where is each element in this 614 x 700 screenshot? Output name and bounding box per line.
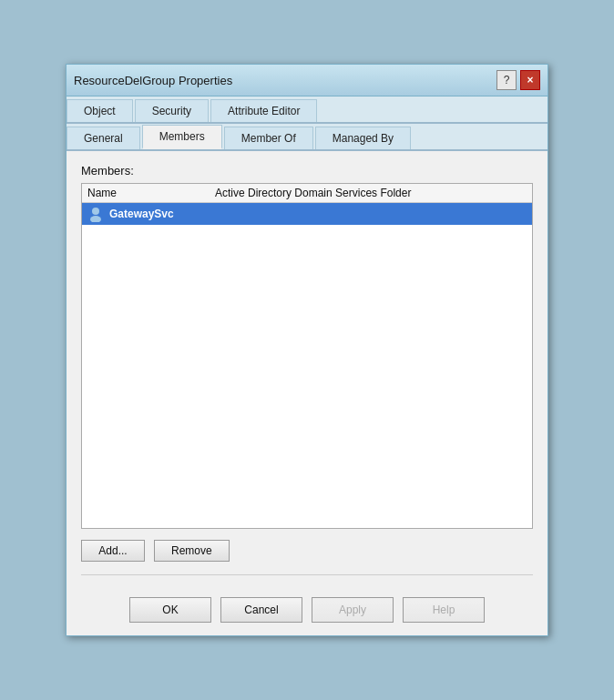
column-header-folder: Active Directory Domain Services Folder (215, 187, 527, 199)
members-list[interactable]: Name Active Directory Domain Services Fo… (81, 183, 533, 529)
add-button[interactable]: Add... (81, 540, 145, 562)
svg-point-0 (92, 208, 99, 215)
separator (81, 574, 533, 575)
members-label: Members: (81, 164, 533, 178)
tabs-row-2: General Members Member Of Managed By (67, 124, 547, 151)
tab-managed-by[interactable]: Managed By (315, 127, 411, 149)
dialog-window: ResourceDelGroup Properties ? × Object S… (66, 64, 548, 636)
tabs-row-1: Object Security Attribute Editor (67, 96, 547, 124)
close-button[interactable]: × (520, 70, 540, 90)
apply-button[interactable]: Apply (312, 597, 394, 623)
user-icon (87, 206, 104, 222)
list-header: Name Active Directory Domain Services Fo… (82, 184, 532, 203)
help-title-button[interactable]: ? (496, 70, 517, 90)
title-buttons: ? × (496, 70, 540, 90)
ok-button[interactable]: OK (129, 597, 211, 623)
member-name: GatewaySvc (109, 208, 174, 220)
tab-member-of[interactable]: Member Of (224, 127, 313, 149)
tab-attribute-editor[interactable]: Attribute Editor (210, 99, 317, 122)
tab-general[interactable]: General (67, 127, 140, 149)
help-button[interactable]: Help (403, 597, 485, 623)
bottom-buttons: OK Cancel Apply Help (67, 597, 547, 635)
table-row[interactable]: GatewaySvc (82, 203, 532, 225)
tab-members[interactable]: Members (142, 125, 222, 149)
cancel-button[interactable]: Cancel (220, 597, 302, 623)
dialog-body: Members: Name Active Directory Domain Se… (67, 151, 547, 597)
tab-object[interactable]: Object (67, 99, 133, 122)
title-bar: ResourceDelGroup Properties ? × (67, 65, 547, 96)
action-buttons: Add... Remove (81, 540, 533, 562)
svg-point-1 (90, 216, 101, 222)
tab-security[interactable]: Security (135, 99, 209, 122)
remove-button[interactable]: Remove (154, 540, 230, 562)
column-header-name: Name (87, 187, 215, 199)
dialog-title: ResourceDelGroup Properties (74, 74, 232, 87)
